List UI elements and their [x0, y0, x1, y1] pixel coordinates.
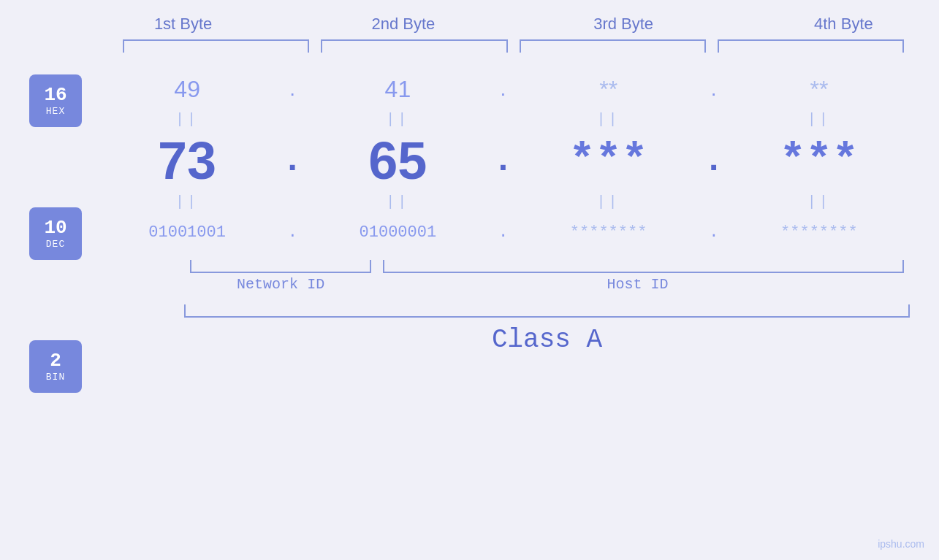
- dec-val-3: ***: [518, 136, 699, 185]
- hex-val-2: 41: [307, 76, 488, 103]
- bottom-bracket-area: Class A: [184, 304, 910, 355]
- badges-column: 16 HEX 10 DEC 2 BIN: [29, 74, 82, 393]
- bin-row: 01001001 . 01000001 . ******** .: [96, 210, 910, 254]
- bin-dot-1: .: [278, 223, 307, 242]
- network-bracket: [190, 260, 371, 273]
- badge-hex-num: 16: [44, 85, 66, 106]
- bin-val-1: 01001001: [96, 223, 278, 242]
- dec-dot-2: .: [489, 141, 518, 180]
- byte-label-2: 2nd Byte: [293, 15, 513, 34]
- hex-dot-3: .: [699, 77, 729, 101]
- sep-1: ||: [175, 111, 199, 128]
- badge-dec: 10 DEC: [29, 207, 82, 260]
- sep-3: ||: [597, 111, 620, 128]
- bracket-3: [520, 39, 706, 53]
- hex-dot-2: .: [489, 77, 518, 101]
- badge-bin-num: 2: [50, 350, 61, 372]
- bracket-4: [718, 39, 904, 53]
- dec-row: 73 . 65 . *** . ***: [96, 128, 910, 193]
- hex-val-3: **: [518, 76, 699, 103]
- dec-dot-1: .: [278, 141, 307, 180]
- hex-val-4: **: [729, 76, 910, 103]
- badge-hex: 16 HEX: [29, 74, 82, 127]
- bin-dot-2: .: [489, 223, 518, 242]
- dec-val-2: 65: [307, 131, 488, 191]
- bottom-bracket: [184, 304, 910, 318]
- badge-hex-label: HEX: [46, 106, 65, 117]
- bin-val-4: ********: [729, 223, 910, 242]
- hex-val-1: 49: [96, 76, 278, 103]
- badge-bin: 2 BIN: [29, 340, 82, 393]
- bin-dot-3: .: [699, 223, 729, 242]
- badge-dec-label: DEC: [46, 239, 65, 250]
- hex-dot-1: .: [278, 77, 307, 101]
- sep-7: ||: [597, 193, 620, 210]
- top-brackets: [117, 39, 910, 53]
- sep-5: ||: [175, 193, 199, 210]
- dec-dot-3: .: [699, 141, 729, 180]
- byte-label-1: 1st Byte: [73, 15, 293, 34]
- nh-labels: Network ID Host ID: [184, 276, 910, 293]
- bracket-2: [321, 39, 507, 53]
- watermark: ipshu.com: [878, 538, 924, 550]
- host-bracket: [383, 260, 904, 273]
- dec-val-4: ***: [729, 136, 910, 185]
- badge-dec-num: 10: [44, 218, 66, 239]
- sep-8: ||: [807, 193, 831, 210]
- byte-label-4: 4th Byte: [734, 15, 939, 34]
- sep-hex-dec: || || || ||: [96, 111, 910, 128]
- main-container: 1st Byte 2nd Byte 3rd Byte 4th Byte 16 H…: [0, 0, 939, 560]
- sep-dec-bin: || || || ||: [96, 193, 910, 210]
- byte-labels-row: 1st Byte 2nd Byte 3rd Byte 4th Byte: [73, 15, 939, 34]
- bin-val-2: 01000001: [307, 223, 488, 242]
- sep-6: ||: [386, 193, 409, 210]
- bracket-1: [123, 39, 309, 53]
- network-id-label: Network ID: [184, 276, 365, 293]
- byte-label-3: 3rd Byte: [514, 15, 734, 34]
- nh-brackets: [184, 260, 910, 273]
- data-columns: 49 . 41 . ** . **: [96, 67, 910, 355]
- hex-row: 49 . 41 . ** . **: [96, 67, 910, 111]
- class-label: Class A: [184, 325, 910, 355]
- badge-bin-label: BIN: [46, 372, 65, 383]
- dec-val-1: 73: [96, 131, 278, 191]
- sep-2: ||: [386, 111, 409, 128]
- main-content-area: 16 HEX 10 DEC 2 BIN 49 .: [29, 67, 910, 393]
- network-host-area: Network ID Host ID: [184, 260, 910, 293]
- sep-4: ||: [807, 111, 831, 128]
- bin-val-3: ********: [518, 223, 699, 242]
- host-id-label: Host ID: [365, 276, 910, 293]
